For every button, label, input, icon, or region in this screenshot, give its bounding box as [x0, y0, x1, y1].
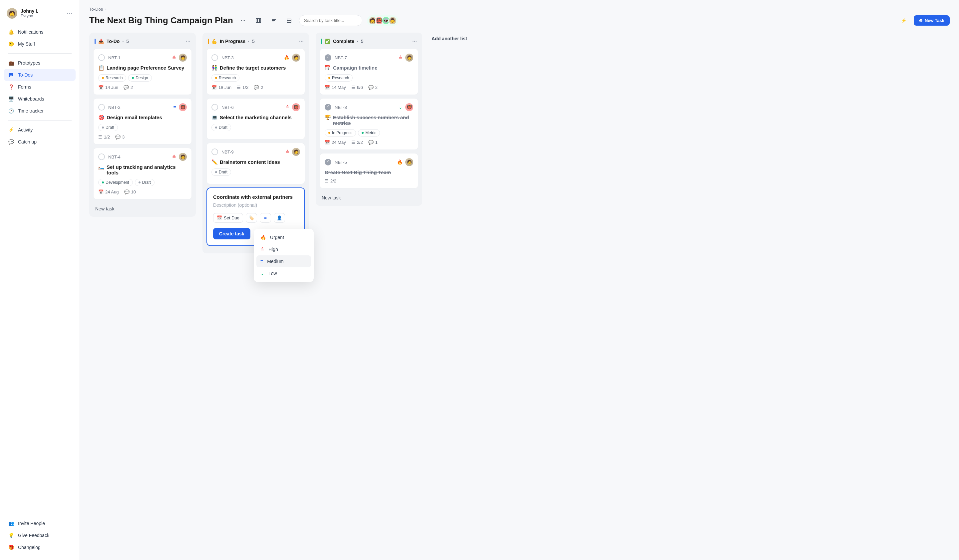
list-view-button[interactable]: [268, 15, 279, 26]
tag: Draft: [135, 179, 155, 186]
nav-prototypes[interactable]: 💼 Prototypes: [4, 57, 76, 69]
bulb-icon: 💡: [8, 532, 14, 538]
nav-mystuff[interactable]: 🙂 My Stuff: [4, 38, 76, 50]
board-view-button[interactable]: [253, 15, 264, 26]
task-emoji: 🛏️: [98, 164, 105, 175]
column-emoji: 📥: [98, 39, 104, 44]
tag: Draft: [98, 124, 118, 131]
title-more-button[interactable]: ⋯: [238, 15, 249, 26]
task-title: Create Next Big Thing Team: [325, 169, 413, 175]
priority-option-high[interactable]: ≙ High: [256, 243, 311, 255]
task-title: 📅 Campaign timeline: [325, 65, 413, 71]
task-card[interactable]: NBT-2 = 👹 🎯 Design email templates Draft: [93, 98, 192, 145]
search-input[interactable]: [299, 15, 362, 26]
complete-checkbox[interactable]: [98, 54, 105, 61]
priority-high-icon: ≙: [285, 149, 289, 154]
due-date: 📅18 Jun: [212, 85, 231, 90]
complete-checkbox[interactable]: [212, 104, 218, 111]
set-due-button[interactable]: 📅 Set Due: [213, 213, 243, 223]
list-icon: ☰: [325, 178, 329, 183]
collaborator-avatars[interactable]: 🧑 👹 👽 👨: [367, 15, 398, 26]
complete-checkbox[interactable]: [325, 54, 331, 61]
breadcrumb[interactable]: To-Dos ›: [89, 7, 950, 12]
new-task-description-input[interactable]: Description (optional): [213, 202, 298, 208]
priority-option-medium[interactable]: = Medium: [256, 255, 311, 267]
priority-label: High: [268, 247, 278, 252]
nav-whiteboards[interactable]: 🖥️ Whiteboards: [4, 93, 76, 105]
task-card[interactable]: NBT-3 🔥 🧑 👫 Define the target customers …: [206, 49, 305, 95]
user-menu-button[interactable]: ⋯: [67, 10, 73, 17]
column-menu-button[interactable]: ⋯: [186, 39, 190, 44]
column-count: 5: [361, 39, 364, 44]
task-card[interactable]: NBT-6 ≙ 👹 💻 Select the marketing channel…: [206, 98, 305, 140]
svg-rect-5: [260, 19, 261, 23]
new-task-link[interactable]: New task: [320, 192, 418, 202]
nav-divider: [8, 53, 72, 54]
comment-count: 💬1: [368, 140, 378, 145]
complete-checkbox[interactable]: [212, 54, 218, 61]
assignee-avatar: 👹: [405, 103, 413, 111]
search-box: [299, 15, 362, 26]
assignee-avatar: 👹: [292, 103, 300, 111]
nav-invite[interactable]: 👥 Invite People: [4, 517, 76, 529]
priority-medium-icon: =: [264, 215, 267, 220]
nav-catchup[interactable]: 💬 Catch up: [4, 136, 76, 148]
task-id: NBT-7: [335, 55, 347, 60]
briefcase-icon: 💼: [8, 60, 14, 66]
nav-feedback[interactable]: 💡 Give Feedback: [4, 529, 76, 541]
tag: Draft: [212, 124, 231, 131]
complete-checkbox[interactable]: [325, 159, 331, 165]
column-menu-button[interactable]: ⋯: [412, 39, 417, 44]
new-task-label: New Task: [925, 18, 945, 23]
complete-checkbox[interactable]: [212, 148, 218, 155]
tag: Research: [98, 74, 126, 81]
complete-checkbox[interactable]: [325, 104, 331, 111]
subtask-count: ☰6/6: [351, 85, 363, 90]
assignee-button[interactable]: 👤: [274, 213, 285, 223]
nav-changelog[interactable]: 🎁 Changelog: [4, 541, 76, 553]
assignee-avatar: 🧑: [179, 153, 187, 161]
tag: Research: [325, 74, 353, 81]
automation-button[interactable]: ⚡: [898, 15, 909, 26]
tag: Metric: [358, 129, 380, 137]
column-in-progress: 💪 In Progress · 5 ⋯ NBT-3 🔥 🧑: [202, 33, 309, 253]
nav-timetracker[interactable]: 🕐 Time tracker: [4, 105, 76, 117]
task-card[interactable]: NBT-9 ≙ 🧑 ✏️ Brainstorm content ideas Dr…: [206, 143, 305, 184]
task-card[interactable]: NBT-5 🔥 🧑 Create Next Big Thing Team ☰2/…: [320, 153, 418, 188]
svg-rect-9: [287, 19, 291, 23]
fire-icon: 🔥: [260, 235, 266, 240]
priority-option-low[interactable]: ⌄ Low: [256, 267, 311, 279]
assignee-avatar: 🧑: [292, 54, 300, 62]
task-card[interactable]: NBT-8 ⌄ 👹 🏆 Establish success numbers an…: [320, 98, 418, 150]
tag-button[interactable]: 🏷️: [246, 213, 257, 223]
nav-notifications[interactable]: 🔔 Notifications: [4, 26, 76, 38]
column-menu-button[interactable]: ⋯: [299, 39, 304, 44]
nav-forms[interactable]: ❓ Forms: [4, 81, 76, 93]
task-card[interactable]: NBT-1 ≙ 🧑 📋 Landing page Preference Surv…: [93, 49, 192, 95]
task-id: NBT-6: [221, 105, 234, 110]
new-task-title-input[interactable]: Coordinate with external partners: [213, 194, 298, 200]
complete-checkbox[interactable]: [98, 153, 105, 160]
priority-button[interactable]: =: [260, 213, 271, 223]
task-emoji: 💻: [212, 115, 218, 121]
user-avatar: 🧑: [7, 8, 18, 19]
plus-icon: ⊕: [919, 18, 923, 23]
nav-activity[interactable]: ⚡ Activity: [4, 124, 76, 136]
chat-icon: 💬: [8, 139, 14, 145]
nav-todos[interactable]: To-Dos: [4, 69, 76, 81]
new-task-link[interactable]: New task: [93, 203, 192, 213]
task-card[interactable]: NBT-7 ≙ 🧑 📅 Campaign timeline Research: [320, 49, 418, 95]
calendar-icon: 📅: [212, 85, 217, 90]
nav-label: Invite People: [18, 521, 45, 526]
task-card[interactable]: NBT-4 ≙ 🧑 🛏️ Set up tracking and analyti…: [93, 148, 192, 199]
new-task-button[interactable]: ⊕ New Task: [914, 15, 950, 25]
add-list-button[interactable]: Add another list: [429, 33, 470, 45]
bell-icon: 🔔: [8, 29, 14, 35]
complete-checkbox[interactable]: [98, 104, 105, 111]
task-emoji: 📅: [325, 65, 331, 71]
smile-icon: 🙂: [8, 41, 14, 47]
calendar-view-button[interactable]: [284, 15, 295, 26]
priority-option-urgent[interactable]: 🔥 Urgent: [256, 231, 311, 243]
user-profile[interactable]: 🧑 Johny I. Evrybo ⋯: [4, 7, 76, 20]
create-task-button[interactable]: Create task: [213, 228, 250, 239]
